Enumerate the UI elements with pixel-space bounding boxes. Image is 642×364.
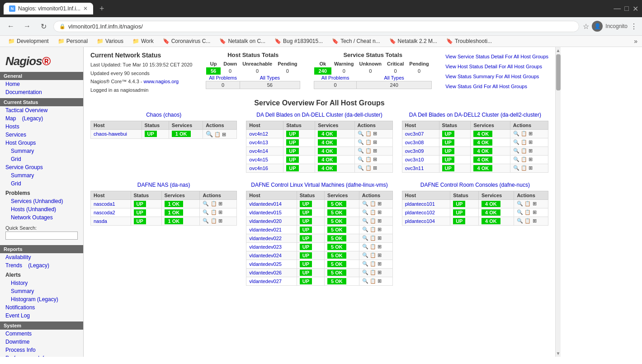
notes-icon[interactable]: 📋	[521, 139, 527, 145]
grid-icon[interactable]: ⊞	[378, 244, 382, 249]
ovc4n12-host[interactable]: ovc4n12	[249, 131, 268, 137]
da-dell2-link[interactable]: DA Dell Blades on DA-DELL2 Cluster (da-d…	[409, 112, 541, 118]
search-icon[interactable]: 🔍	[513, 148, 519, 153]
grid-action-icon[interactable]: ⊞	[222, 132, 226, 137]
search-icon[interactable]: 🔍	[362, 252, 368, 258]
vldantedev022-host[interactable]: vldantedev022	[249, 236, 282, 241]
search-icon[interactable]: 🔍	[362, 201, 368, 206]
host-unreachable-count[interactable]: 0	[240, 67, 275, 75]
bookmark-tech[interactable]: 🔖 Tech / Cheat n...	[328, 37, 383, 45]
bookmark-bug[interactable]: 🔖 Bug #1839015...	[271, 37, 326, 45]
notes-icon[interactable]: 📋	[365, 165, 372, 170]
search-icon[interactable]: 🔍	[513, 131, 519, 136]
grid-icon[interactable]: ⊞	[378, 218, 382, 223]
nascoda2-host[interactable]: nascoda2	[94, 210, 115, 215]
search-icon[interactable]: 🔍	[203, 201, 209, 206]
grid-icon[interactable]: ⊞	[218, 218, 222, 223]
host-pending-count[interactable]: 0	[275, 67, 300, 75]
grid-icon[interactable]: ⊞	[378, 261, 382, 266]
search-action-icon[interactable]: 🔍	[206, 131, 213, 137]
grid-icon[interactable]: ⊞	[373, 139, 377, 145]
grid-icon[interactable]: ⊞	[529, 139, 533, 145]
notes-icon[interactable]: 📋	[370, 235, 376, 241]
notes-icon[interactable]: 📋	[524, 201, 531, 206]
view-status-summary-link[interactable]: View Status Summary For All Host Groups	[445, 71, 548, 81]
search-icon[interactable]: 🔍	[358, 139, 364, 145]
sidebar-trends-link[interactable]: Trends (Legacy)	[0, 261, 83, 269]
notes-icon[interactable]: 📋	[521, 165, 527, 170]
search-icon[interactable]: 🔍	[358, 148, 364, 153]
svc-ok-count[interactable]: 240	[314, 67, 331, 75]
svc-all-problems-value[interactable]: 0	[314, 81, 357, 89]
browser-tab[interactable]: N Nagios: vlmonitor01.lnf.i... ✕	[4, 3, 93, 14]
notes-icon[interactable]: 📋	[365, 139, 372, 145]
sidebar-map-link[interactable]: Map (Legacy)	[0, 114, 83, 123]
vldantedev014-host[interactable]: vldantedev014	[249, 201, 282, 207]
bookmark-netatalk2[interactable]: 🔖 Netatalk 2.2 M...	[386, 37, 441, 45]
back-button[interactable]: ←	[5, 20, 17, 33]
search-icon[interactable]: 🔍	[362, 244, 368, 249]
sidebar-hosts-unhandled-link[interactable]: Hosts (Unhandled)	[0, 205, 83, 213]
search-icon[interactable]: 🔍	[517, 209, 523, 215]
grid-icon[interactable]: ⊞	[378, 235, 382, 241]
host-all-problems-value[interactable]: 0	[206, 81, 240, 89]
search-icon[interactable]: 🔍	[362, 269, 368, 275]
notes-icon[interactable]: 📋	[211, 209, 217, 215]
grid-icon[interactable]: ⊞	[373, 131, 377, 136]
chaos-link[interactable]: Chaos (chaos)	[146, 112, 181, 118]
grid-icon[interactable]: ⊞	[529, 131, 533, 136]
search-icon[interactable]: 🔍	[362, 235, 368, 241]
svc-all-problems-link[interactable]: All Problems	[314, 75, 357, 81]
vldantedev027-host[interactable]: vldantedev027	[249, 279, 282, 284]
sidebar-documentation-link[interactable]: Documentation	[0, 88, 83, 96]
svc-pending-count[interactable]: 0	[406, 67, 431, 75]
ovc3n09-host[interactable]: ovc3n09	[405, 148, 424, 154]
sidebar-event-log-link[interactable]: Event Log	[0, 312, 83, 320]
ovc4n14-host[interactable]: ovc4n14	[249, 148, 268, 154]
search-icon[interactable]: 🔍	[513, 165, 519, 170]
host-all-types-link[interactable]: All Types	[240, 75, 300, 81]
sidebar-service-groups-link[interactable]: Service Groups	[0, 163, 83, 171]
notes-icon[interactable]: 📋	[211, 201, 217, 206]
sidebar-service-groups-summary-link[interactable]: Summary	[0, 171, 83, 180]
grid-icon[interactable]: ⊞	[378, 278, 382, 284]
bookmark-troubleshoot[interactable]: 🔖 Troubleshooti...	[443, 37, 496, 45]
sidebar-host-groups-grid-link[interactable]: Grid	[0, 155, 83, 163]
ovc4n15-host[interactable]: ovc4n15	[249, 157, 268, 162]
nasda-host[interactable]: nasda	[94, 218, 107, 224]
search-icon[interactable]: 🔍	[362, 209, 368, 215]
da-nas-link[interactable]: DAFNE NAS (da-nas)	[137, 182, 190, 188]
sidebar-network-outages-link[interactable]: Network Outages	[0, 213, 83, 222]
chaos-hawebui-services[interactable]: 1 OK	[169, 129, 203, 138]
sidebar-tactical-overview-link[interactable]: Tactical Overview	[0, 106, 83, 114]
vldantedev025-host[interactable]: vldantedev025	[249, 261, 282, 267]
svc-critical-count[interactable]: 0	[384, 67, 406, 75]
pldanteco101-host[interactable]: pldanteco101	[405, 201, 435, 207]
notes-icon[interactable]: 📋	[370, 244, 376, 249]
sidebar-downtime-link[interactable]: Downtime	[0, 338, 83, 346]
dafne-linux-vms-link[interactable]: DAFNE Control Linux Virtual Machines (da…	[251, 182, 388, 188]
notes-icon[interactable]: 📋	[521, 156, 527, 162]
ovc3n08-host[interactable]: ovc3n08	[405, 140, 424, 145]
grid-icon[interactable]: ⊞	[529, 165, 533, 170]
notes-icon[interactable]: 📋	[370, 201, 376, 206]
reload-button[interactable]: ↻	[37, 20, 50, 33]
vldantedev026-host[interactable]: vldantedev026	[249, 270, 282, 275]
notes-icon[interactable]: 📋	[370, 252, 376, 258]
grid-icon[interactable]: ⊞	[529, 148, 533, 153]
nascoda1-host[interactable]: nascoda1	[94, 201, 115, 207]
bookmark-netatalk1[interactable]: 🔖 Netatalk on C...	[216, 37, 269, 45]
sidebar-home-link[interactable]: Home	[0, 80, 83, 88]
dafne-nucs-link[interactable]: DAFNE Control Room Consoles (dafne-nucs)	[420, 182, 530, 188]
vldantedev020-host[interactable]: vldantedev020	[249, 218, 282, 224]
sidebar-history-link[interactable]: History	[0, 279, 83, 287]
bookmark-development[interactable]: 📁 Development	[5, 37, 52, 45]
ovc3n11-host[interactable]: ovc3n11	[405, 165, 424, 171]
sidebar-alerts-summary-link[interactable]: Summary	[0, 287, 83, 295]
svc-unknown-count[interactable]: 0	[357, 67, 385, 75]
vldantedev024-host[interactable]: vldantedev024	[249, 253, 282, 258]
sidebar-service-groups-grid-link[interactable]: Grid	[0, 180, 83, 188]
sidebar-notifications-link[interactable]: Notifications	[0, 303, 83, 312]
grid-icon[interactable]: ⊞	[373, 156, 377, 162]
star-icon[interactable]: ☆	[583, 22, 589, 31]
